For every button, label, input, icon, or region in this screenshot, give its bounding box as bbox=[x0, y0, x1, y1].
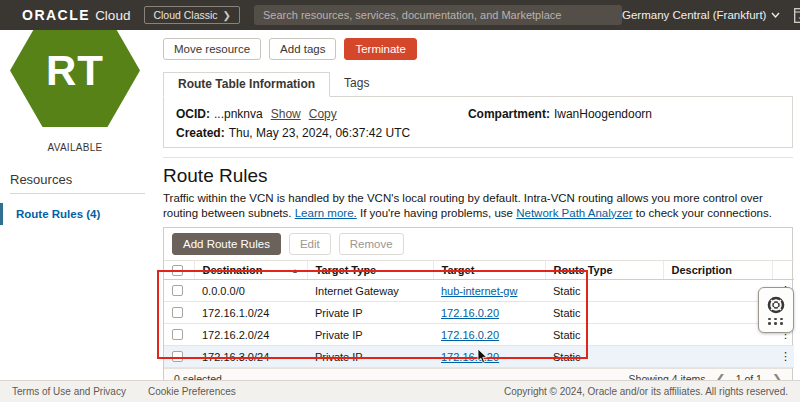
cell-route-type: Static bbox=[545, 324, 663, 346]
cell-target-type: Private IP bbox=[307, 324, 433, 346]
oracle-cloud-logo[interactable]: ORACLE Cloud bbox=[22, 7, 130, 23]
table-row: 172.16.2.0/24 Private IP 172.16.0.20 Sta… bbox=[164, 324, 794, 346]
created-value: Thu, May 23, 2024, 06:37:42 UTC bbox=[229, 125, 410, 142]
cell-target-type: Private IP bbox=[307, 302, 433, 324]
learn-more-link[interactable]: Learn more. bbox=[295, 207, 357, 219]
resource-initials: RT bbox=[46, 47, 104, 95]
pager-next-icon[interactable]: ❯ bbox=[772, 372, 782, 381]
resource-actions: Move resource Add tags Terminate bbox=[163, 38, 793, 60]
resource-sidebar: RT AVAILABLE Resources Route Rules (4) bbox=[0, 30, 155, 380]
edit-button[interactable]: Edit bbox=[289, 233, 331, 255]
top-navigation-bar: ORACLE Cloud Cloud Classic ❯ Germany Cen… bbox=[0, 0, 800, 30]
life-ring-icon bbox=[767, 296, 785, 314]
remove-button[interactable]: Remove bbox=[339, 233, 404, 255]
status-badge: AVAILABLE bbox=[0, 142, 150, 153]
ocid-copy-link[interactable]: Copy bbox=[309, 106, 337, 123]
brand-cloud: Cloud bbox=[95, 8, 130, 23]
column-route-type[interactable]: Route Type bbox=[545, 261, 663, 280]
move-resource-button[interactable]: Move resource bbox=[163, 38, 261, 60]
pagination: Showing 4 items ❮ 1 of 1 ❯ bbox=[629, 372, 782, 381]
page-indicator: 1 of 1 bbox=[736, 373, 762, 381]
add-route-rules-button[interactable]: Add Route Rules bbox=[172, 233, 281, 255]
header-right-controls: Germany Central (Frankfurt) <> ? bbox=[622, 6, 800, 24]
route-table-information-panel: OCID: ...pnknva Show Copy Compartment: I… bbox=[163, 96, 793, 148]
cell-route-type: Static bbox=[545, 346, 663, 368]
column-destination[interactable]: Destination▲ bbox=[194, 261, 307, 280]
table-row: 0.0.0.0/0 Internet Gateway hub-internet-… bbox=[164, 280, 794, 302]
ocid-value: ...pnknva bbox=[214, 106, 263, 123]
cell-description bbox=[663, 324, 772, 346]
cell-destination: 172.16.2.0/24 bbox=[194, 324, 307, 346]
brand-oracle: ORACLE bbox=[22, 7, 90, 23]
sort-ascending-icon: ▲ bbox=[292, 267, 299, 274]
cell-destination: 172.16.3.0/24 bbox=[194, 346, 307, 368]
row-checkbox[interactable] bbox=[172, 351, 183, 362]
network-path-analyzer-link[interactable]: Network Path Analyzer bbox=[516, 207, 632, 219]
select-all-checkbox[interactable] bbox=[172, 265, 183, 276]
route-rules-table: Destination▲ Target Type Target Route Ty… bbox=[164, 260, 794, 368]
showing-items-text: Showing 4 items bbox=[629, 373, 706, 381]
main-content: Move resource Add tags Terminate Route T… bbox=[155, 30, 800, 380]
cell-target-type: Private IP bbox=[307, 346, 433, 368]
compartment-label: Compartment: bbox=[468, 106, 550, 123]
cell-description bbox=[663, 346, 772, 368]
column-description[interactable]: Description bbox=[663, 261, 772, 280]
cell-target-type: Internet Gateway bbox=[307, 280, 433, 302]
resources-heading: Resources bbox=[10, 172, 72, 187]
region-label: Germany Central (Frankfurt) bbox=[622, 9, 766, 21]
terminate-button[interactable]: Terminate bbox=[344, 38, 417, 60]
table-row: 172.16.1.0/24 Private IP 172.16.0.20 Sta… bbox=[164, 302, 794, 324]
oracle-cloud-console: RT AVAILABLE Resources Route Rules (4) O… bbox=[0, 0, 800, 402]
page-footer: Terms of Use and Privacy Cookie Preferen… bbox=[0, 380, 800, 402]
route-rules-section: Route Rules Traffic within the VCN is ha… bbox=[163, 157, 793, 380]
column-target[interactable]: Target bbox=[433, 261, 545, 280]
target-link[interactable]: 172.16.0.20 bbox=[441, 307, 499, 319]
route-table-hexagon-icon: RT bbox=[10, 14, 140, 127]
drag-handle-dots-icon[interactable] bbox=[768, 318, 784, 325]
route-rules-title: Route Rules bbox=[163, 165, 793, 187]
description-text-3: to check your connections. bbox=[636, 207, 772, 219]
code-editor-icon[interactable]: <> bbox=[793, 6, 800, 24]
cell-route-type: Static bbox=[545, 302, 663, 324]
sidebar-item-route-rules[interactable]: Route Rules (4) bbox=[0, 203, 155, 225]
target-link[interactable]: 172.16.0.20 bbox=[441, 351, 499, 363]
table-footer: 0 selected Showing 4 items ❮ 1 of 1 ❯ bbox=[164, 368, 792, 380]
resource-hexagon: RT bbox=[10, 14, 140, 127]
ocid-label: OCID: bbox=[176, 106, 210, 123]
table-row: 172.16.3.0/24 Private IP 172.16.0.20 Sta… bbox=[164, 346, 794, 368]
chevron-down-icon bbox=[771, 12, 780, 18]
route-rules-description: Traffic within the VCN is handled by the… bbox=[163, 191, 793, 220]
cloud-classic-button[interactable]: Cloud Classic ❯ bbox=[144, 6, 240, 24]
row-actions-kebab-icon[interactable]: ⋮ bbox=[772, 346, 794, 368]
target-link[interactable]: hub-internet-gw bbox=[441, 285, 517, 297]
add-tags-button[interactable]: Add tags bbox=[269, 38, 336, 60]
table-toolbar: Add Route Rules Edit Remove bbox=[164, 228, 792, 260]
search-input[interactable] bbox=[254, 5, 622, 25]
region-selector[interactable]: Germany Central (Frankfurt) bbox=[622, 9, 780, 21]
chevron-right-icon: ❯ bbox=[223, 10, 231, 21]
cookie-preferences-link[interactable]: Cookie Preferences bbox=[148, 386, 236, 397]
table-header-row: Destination▲ Target Type Target Route Ty… bbox=[164, 261, 794, 280]
target-link[interactable]: 172.16.0.20 bbox=[441, 329, 499, 341]
row-checkbox[interactable] bbox=[172, 329, 183, 340]
cell-destination: 0.0.0.0/0 bbox=[194, 280, 307, 302]
tab-route-table-information[interactable]: Route Table Information bbox=[163, 72, 330, 97]
cell-description bbox=[663, 280, 772, 302]
row-checkbox[interactable] bbox=[172, 285, 183, 296]
cloud-classic-label: Cloud Classic bbox=[153, 9, 217, 21]
ocid-show-link[interactable]: Show bbox=[271, 106, 301, 123]
copyright-text: Copyright © 2024, Oracle and/or its affi… bbox=[504, 386, 788, 397]
selected-count: 0 selected bbox=[174, 373, 222, 381]
route-rules-table-card: Add Route Rules Edit Remove Destination▲… bbox=[163, 227, 793, 380]
cell-description bbox=[663, 302, 772, 324]
row-checkbox[interactable] bbox=[172, 307, 183, 318]
created-label: Created: bbox=[176, 125, 225, 142]
terms-link[interactable]: Terms of Use and Privacy bbox=[12, 386, 126, 397]
tab-tags[interactable]: Tags bbox=[330, 72, 383, 96]
support-floating-widget[interactable] bbox=[758, 287, 794, 333]
pager-previous-icon[interactable]: ❮ bbox=[716, 372, 726, 381]
compartment-value: IwanHoogendoorn bbox=[554, 106, 652, 123]
cell-destination: 172.16.1.0/24 bbox=[194, 302, 307, 324]
detail-tabs: Route Table Information Tags bbox=[163, 72, 793, 96]
column-target-type[interactable]: Target Type bbox=[307, 261, 433, 280]
